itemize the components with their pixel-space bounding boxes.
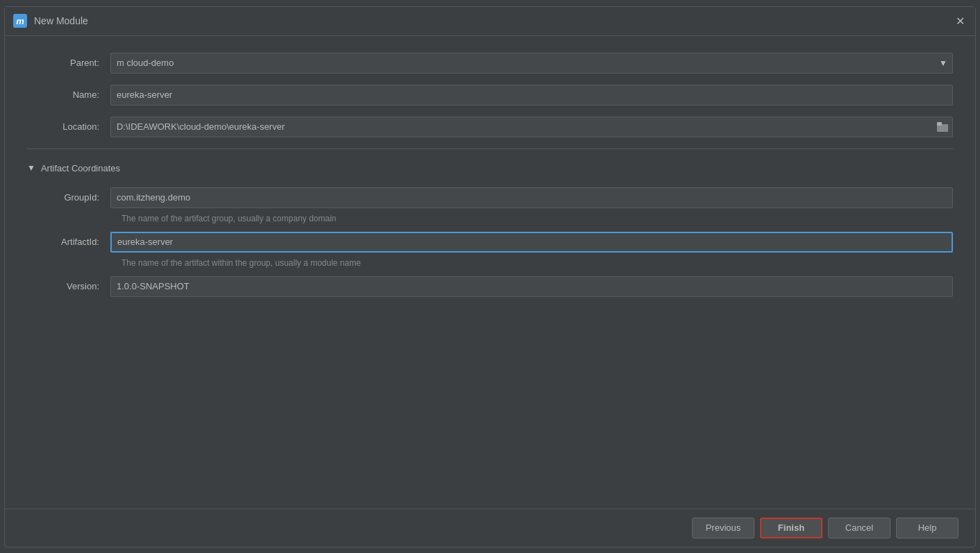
dialog-overlay: m New Module ✕ Parent: m cloud-demo ▼ Na… (0, 0, 980, 553)
artifactid-input[interactable] (110, 232, 953, 253)
artifactid-hint: The name of the artifact within the grou… (121, 258, 953, 268)
groupid-hint: The name of the artifact group, usually … (121, 214, 953, 223)
parent-label: Parent: (27, 58, 110, 68)
help-button[interactable]: Help (896, 518, 958, 538)
dialog-icon: m (13, 14, 27, 28)
svg-rect-1 (937, 122, 942, 126)
browse-folder-button[interactable] (933, 118, 952, 136)
dialog-footer: Previous Finish Cancel Help (5, 509, 975, 547)
collapse-chevron-icon: ▼ (27, 163, 35, 173)
finish-button[interactable]: Finish (760, 518, 822, 538)
version-row: Version: (27, 276, 953, 297)
parent-row: Parent: m cloud-demo ▼ (27, 53, 953, 74)
parent-select-wrapper: m cloud-demo ▼ (110, 53, 953, 74)
location-wrapper (110, 117, 953, 137)
groupid-row: GroupId: (27, 187, 953, 208)
artifactid-label: ArtifactId: (27, 237, 110, 247)
groupid-input[interactable] (110, 187, 953, 208)
dialog-body: Parent: m cloud-demo ▼ Name: Location: (5, 36, 975, 509)
separator (27, 148, 953, 149)
groupid-label: GroupId: (27, 192, 110, 203)
name-row: Name: (27, 85, 953, 105)
location-input[interactable] (110, 117, 953, 137)
location-row: Location: (27, 117, 953, 137)
close-button[interactable]: ✕ (953, 14, 967, 28)
name-label: Name: (27, 90, 110, 100)
dialog-title: New Module (34, 15, 953, 26)
artifactid-row: ArtifactId: (27, 232, 953, 253)
version-label: Version: (27, 281, 110, 291)
cancel-button[interactable]: Cancel (828, 518, 890, 538)
module-icon-letter: m (16, 16, 24, 26)
previous-button[interactable]: Previous (692, 518, 754, 538)
location-label: Location: (27, 121, 110, 132)
version-input[interactable] (110, 276, 953, 297)
parent-select[interactable]: m cloud-demo (110, 53, 953, 74)
name-input[interactable] (110, 85, 953, 105)
artifact-section-title: Artifact Coordinates (41, 163, 120, 173)
artifact-section-header: ▼ Artifact Coordinates (27, 163, 953, 173)
dialog-titlebar: m New Module ✕ (5, 7, 975, 36)
folder-icon (937, 122, 948, 132)
new-module-dialog: m New Module ✕ Parent: m cloud-demo ▼ Na… (4, 6, 976, 547)
